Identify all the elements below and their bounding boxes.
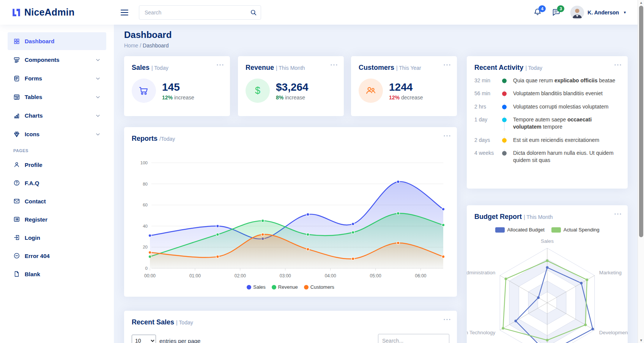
activity-item[interactable]: 1 dayTempore autem saepe occaecati volup… [474, 116, 620, 137]
entries-per-page-select[interactable]: 10 [132, 335, 156, 343]
person-icon [13, 162, 20, 168]
file-earmark-icon [13, 271, 20, 277]
search-icon[interactable] [250, 9, 257, 16]
sidebar-item-label: Blank [25, 271, 101, 277]
sidebar-item-label: Tables [25, 94, 91, 100]
card-menu-button[interactable] [443, 315, 451, 322]
sidebar-item-tables[interactable]: Tables [8, 88, 106, 106]
activity-item[interactable]: 56 minVoluptatem blanditiis blanditiis e… [474, 90, 620, 103]
activity-item[interactable]: 32 minQuia quae rerum explicabo officiis… [474, 77, 620, 90]
sidebar-menu: DashboardComponentsFormsTablesChartsIcon… [8, 32, 106, 143]
vertical-scrollbar: ▲ ▼ [638, 0, 644, 343]
table-search-input[interactable] [378, 334, 449, 343]
sidebar-item-register[interactable]: Register [8, 211, 106, 228]
hamburger-menu-icon[interactable] [120, 8, 129, 17]
brand-name: NiceAdmin [24, 7, 74, 18]
bell-icon[interactable]: 4 [533, 8, 542, 17]
svg-text:Marketing: Marketing [599, 270, 622, 275]
sidebar-item-contact[interactable]: Contact [8, 192, 106, 210]
card-menu-button[interactable] [614, 61, 622, 68]
people-icon [359, 79, 383, 103]
scrollbar-up-arrow[interactable]: ▲ [638, 0, 644, 5]
sidebar-item-forms[interactable]: Forms [8, 69, 106, 87]
svg-text:$: $ [255, 85, 260, 96]
activity-item[interactable]: 2 daysEst sit eum reiciendis exercitatio… [474, 137, 620, 149]
caret-down-icon: ▼ [623, 11, 627, 14]
card-value: $3,264 [276, 81, 309, 93]
breadcrumb-separator: / [140, 42, 141, 49]
breadcrumb-home[interactable]: Home [124, 42, 138, 49]
sidebar-item-charts[interactable]: Charts [8, 107, 106, 124]
scrollbar-down-arrow[interactable]: ▼ [638, 338, 644, 343]
card-list-icon [13, 216, 20, 222]
svg-text:04:00: 04:00 [325, 273, 336, 278]
chevron-down-icon [95, 94, 101, 100]
avatar [570, 6, 584, 19]
recent-activity-card: Recent Activity | Today 32 minQuia quae … [467, 56, 628, 189]
box-arrow-in-right-icon [13, 234, 20, 241]
sidebar-item-icons[interactable]: Icons [8, 125, 106, 143]
menu-button-icon [13, 57, 20, 63]
sidebar-item-f-a-q[interactable]: F.A.Q [8, 174, 106, 192]
brand-logo[interactable]: NiceAdmin [0, 7, 114, 18]
legend-item-sales[interactable]: Sales [247, 284, 266, 290]
chat-icon[interactable]: 3 [552, 8, 561, 17]
activity-dot [502, 105, 507, 109]
envelope-icon [13, 198, 20, 204]
budget-radar-chart: SalesAdministrationInformation Technolog… [467, 236, 628, 343]
legend-item-revenue[interactable]: Revenue [272, 284, 298, 290]
svg-text:100: 100 [140, 160, 148, 165]
search-input[interactable] [144, 9, 250, 16]
profile-menu[interactable]: K. Anderson ▼ [570, 6, 627, 19]
card-menu-button[interactable] [614, 210, 622, 217]
top-header: NiceAdmin 4 3 K. Anderson ▼ [0, 0, 644, 25]
card-menu-button[interactable] [330, 61, 338, 68]
sidebar-item-dashboard[interactable]: Dashboard [8, 32, 106, 50]
activity-item[interactable]: 2 hrsVoluptates corrupti molestias volup… [474, 103, 620, 116]
sidebar-item-login[interactable]: Login [8, 229, 106, 246]
page-title: Dashboard [124, 30, 172, 40]
activity-timeline [499, 116, 510, 131]
legend-item-customers[interactable]: Customers [304, 284, 334, 290]
sidebar-pages-menu: ProfileF.A.QContactRegisterLoginError 40… [8, 156, 106, 283]
activity-time: 4 weeks [474, 149, 499, 156]
activity-item[interactable]: 4 weeksDicta dolorem harum nulla eius. U… [474, 149, 620, 170]
card-value: 145 [162, 81, 194, 93]
card-menu-button[interactable] [443, 132, 451, 138]
chevron-down-icon [95, 113, 101, 118]
legend-item-actual-spending[interactable]: Actual Spending [551, 227, 600, 233]
svg-text:Sales: Sales [541, 238, 554, 244]
grid-icon [13, 38, 20, 44]
activity-time: 2 days [474, 137, 499, 143]
sidebar-item-profile[interactable]: Profile [8, 156, 106, 173]
sales-card: Sales | Today14512% increase [124, 56, 230, 116]
card-menu-button[interactable] [216, 61, 224, 68]
brand-logo-icon [11, 8, 21, 17]
reports-line-chart: 02040608010000:0001:0002:0003:0004:0005:… [132, 147, 449, 285]
scrollbar-thumb[interactable] [639, 6, 643, 237]
sidebar-item-error-404[interactable]: Error 404 [8, 247, 106, 264]
sidebar-item-components[interactable]: Components [8, 51, 106, 69]
svg-text:01:00: 01:00 [189, 273, 201, 278]
svg-text:Development: Development [599, 330, 628, 335]
activity-text: Est sit eum reiciendis exercitationem [510, 137, 599, 144]
card-value: 1244 [389, 81, 423, 93]
activity-timeline [499, 77, 510, 84]
legend-item-allocated-budget[interactable]: Allocated Budget [495, 227, 545, 233]
gem-icon [13, 131, 20, 137]
sidebar-item-blank[interactable]: Blank [8, 265, 106, 283]
activity-timeline [499, 137, 510, 144]
sidebar-pages-heading: PAGES [13, 148, 106, 153]
question-circle-icon [13, 180, 20, 186]
recent-sales-title: Recent Sales | Today [124, 311, 457, 326]
activity-time: 56 min [474, 90, 499, 96]
activity-list: 32 minQuia quae rerum explicabo officiis… [467, 72, 628, 170]
cart-icon [132, 79, 156, 103]
sidebar-item-label: Forms [25, 75, 91, 82]
reports-card: Reports /Today 02040608010000:0001:0002:… [124, 127, 457, 297]
activity-dot [502, 151, 507, 156]
header-search-form [139, 5, 261, 20]
sidebar-item-label: Profile [25, 162, 101, 168]
svg-text:20: 20 [143, 245, 148, 249]
card-menu-button[interactable] [443, 61, 451, 68]
